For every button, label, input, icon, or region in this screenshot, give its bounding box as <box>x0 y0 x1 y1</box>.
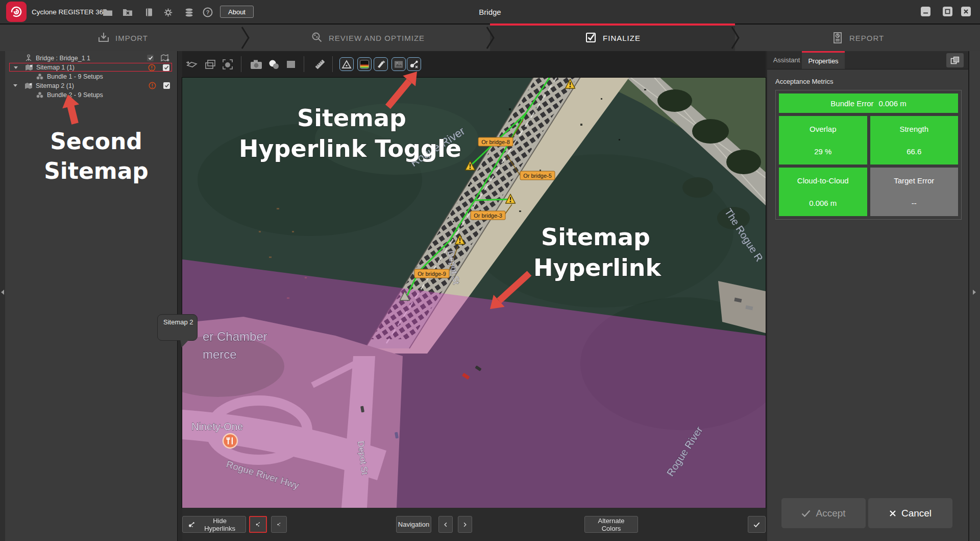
workflow-ribbon: IMPORT REVIEW AND OPTIMIZE FINALIZE REPO… <box>0 23 980 51</box>
navigation-mode-button[interactable]: Navigation <box>396 516 431 533</box>
metric-value: 0.006 m <box>879 99 906 108</box>
expand-caret-icon[interactable] <box>14 66 18 69</box>
tab-properties[interactable]: Properties <box>802 51 845 69</box>
heatmap-overlay-toggle[interactable] <box>357 57 372 71</box>
sitemap-hyperlink-toggle[interactable] <box>407 57 421 71</box>
stage-review-and-optimize[interactable]: REVIEW AND OPTIMIZE <box>245 25 490 51</box>
about-button[interactable]: About <box>220 6 254 18</box>
stage-label: REVIEW AND OPTIMIZE <box>329 34 425 42</box>
right-panel-collapse-strip[interactable] <box>969 51 980 541</box>
sitemap-icon <box>24 82 33 89</box>
next-button[interactable] <box>458 516 472 533</box>
tree-item-project[interactable]: Bridge : Bridge_1 1 <box>9 54 172 62</box>
add-hyperlink-button[interactable] <box>249 516 267 533</box>
help-icon[interactable]: ? <box>202 7 213 18</box>
navigation-label: Navigation <box>398 521 429 528</box>
cloud-to-cloud-tile: Cloud-to-Cloud 0.006 m <box>779 168 867 216</box>
approve-checkbox[interactable] <box>163 64 169 71</box>
previous-button[interactable] <box>438 516 453 533</box>
tree-item-bundle-1[interactable]: Bundle 1 - 9 Setups <box>9 72 172 81</box>
rectangle-select-button[interactable] <box>284 57 298 71</box>
undock-panel-button[interactable] <box>946 53 964 67</box>
tree-item-label: Bundle 2 - 9 Setups <box>47 91 103 99</box>
alternate-colors-button[interactable]: Alternate Colors <box>584 516 638 533</box>
map-viewport[interactable]: Or bridge-8 Or bridge-5 Or bridge-3 <box>182 78 766 508</box>
map-bottom-toolbar: Hide Hyperlinks Navigation <box>182 508 766 541</box>
sitemap-scene: Or bridge-8 Or bridge-5 Or bridge-3 <box>182 78 766 508</box>
second-sitemap-annotation: Second Sitemap <box>10 127 182 186</box>
annotation-line: Second <box>10 127 182 156</box>
screenshot-camera-button[interactable] <box>249 57 263 71</box>
accept-button[interactable]: Accept <box>781 498 866 528</box>
restaurant-poi-icon <box>223 434 237 448</box>
warning-icon <box>148 64 156 72</box>
strength-tile: Strength 66.6 <box>870 116 959 164</box>
report-icon <box>831 31 844 44</box>
map-column: Or bridge-8 Or bridge-5 Or bridge-3 <box>178 51 767 541</box>
bundle-icon <box>36 73 44 80</box>
site-images-toggle[interactable] <box>391 57 406 71</box>
include-checkbox[interactable] <box>147 55 154 61</box>
remove-hyperlink-button[interactable] <box>271 516 287 533</box>
check-icon <box>753 522 760 528</box>
overlap-tile: Overlap 29 % <box>779 116 867 164</box>
sitemap-2-tooltip: Sitemap 2 <box>157 314 198 341</box>
tree-item-label: Bridge : Bridge_1 1 <box>36 55 90 62</box>
x-icon <box>889 510 896 517</box>
confirm-check-button[interactable] <box>748 516 766 533</box>
tree-item-bundle-2[interactable]: Bundle 2 - 9 Setups <box>9 90 172 99</box>
setup-label-text: Or bridge-9 <box>418 271 446 277</box>
acceptance-metrics: Bundle Error 0.006 m Overlap 29 % Streng… <box>775 90 962 220</box>
sitemap-icon <box>25 64 33 71</box>
help-glyph: ? <box>206 9 210 15</box>
tree-item-sitemap-1[interactable]: Sitemap 1 (1) <box>9 63 172 72</box>
metric-label: Strength <box>899 125 928 133</box>
metric-value: -- <box>912 199 917 207</box>
metric-value: 66.6 <box>906 147 921 156</box>
stage-import[interactable]: IMPORT <box>0 25 245 51</box>
collapse-right-icon[interactable] <box>972 289 976 295</box>
tab-label: Properties <box>808 57 838 65</box>
maximize-button[interactable] <box>943 7 952 16</box>
tab-assistant[interactable]: Assistant <box>771 51 802 69</box>
close-button[interactable] <box>961 7 971 16</box>
reports-journal-icon[interactable] <box>143 7 155 18</box>
add-sitemap-icon[interactable] <box>161 54 170 62</box>
focus-selection-button[interactable] <box>220 57 235 71</box>
collapse-left-icon[interactable] <box>1 289 5 295</box>
annotation-line: Hyperlink Toggle <box>239 135 461 162</box>
expand-caret-icon[interactable] <box>13 84 17 87</box>
measure-ruler-button[interactable] <box>313 57 327 71</box>
stage-divider <box>731 27 740 49</box>
tree-item-label: Bundle 1 - 9 Setups <box>47 73 103 80</box>
annotation-pen-toggle[interactable] <box>374 57 388 71</box>
show-targets-toggle[interactable] <box>339 57 354 71</box>
warning-icon <box>149 82 156 89</box>
metric-value: 29 % <box>814 147 831 156</box>
delete-project-icon[interactable] <box>122 7 133 18</box>
bundle-error-tile: Bundle Error 0.006 m <box>779 93 958 113</box>
minimize-button[interactable] <box>921 7 930 16</box>
chevron-right-icon <box>463 522 467 528</box>
database-icon[interactable] <box>183 7 194 18</box>
stage-finalize[interactable]: FINALIZE <box>490 25 735 51</box>
snapshot-scans-button[interactable] <box>267 57 281 71</box>
tree-item-sitemap-2[interactable]: Sitemap 2 (1) <box>9 81 172 90</box>
annotation-line: Sitemap <box>10 156 182 186</box>
left-panel-collapse-strip[interactable] <box>0 51 5 541</box>
overlap-views-button[interactable] <box>203 57 217 71</box>
finalize-icon <box>584 31 598 44</box>
accept-label: Accept <box>816 508 845 519</box>
hide-hyperlinks-button[interactable]: Hide Hyperlinks <box>182 516 246 533</box>
approve-checkbox[interactable] <box>163 82 170 89</box>
settings-gear-icon[interactable] <box>162 7 174 18</box>
cancel-button[interactable]: Cancel <box>868 498 952 528</box>
stage-report[interactable]: REPORT <box>735 25 980 51</box>
application-window: { "app": {"title": "Cyclone REGISTER 360… <box>0 0 980 541</box>
hyperlink-add-icon <box>255 521 261 529</box>
view-pointcloud-button[interactable] <box>185 57 199 71</box>
open-project-icon[interactable] <box>102 7 113 18</box>
place-label: Ninety-One <box>191 421 243 432</box>
stage-label: IMPORT <box>115 34 148 42</box>
toolbar-divider <box>304 56 304 72</box>
